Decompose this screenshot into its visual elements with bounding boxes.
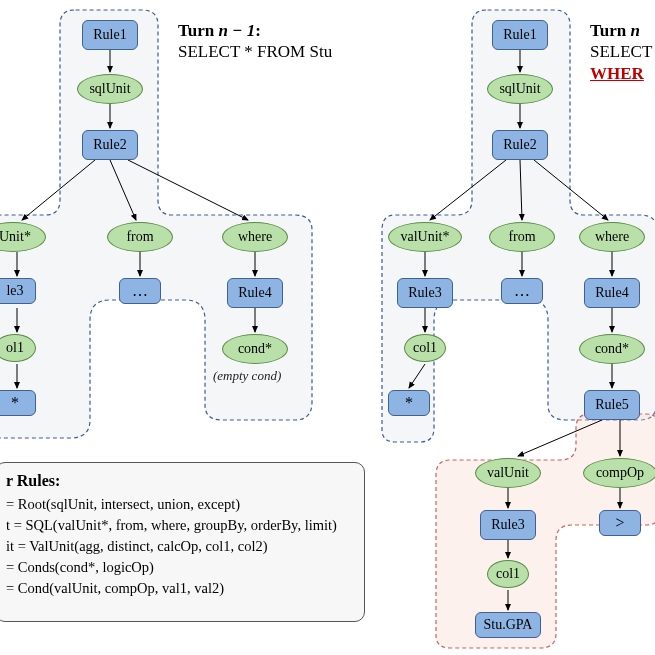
left-caption: Turn n − 1: SELECT * FROM Stu: [178, 20, 332, 63]
left-rule4: Rule4: [227, 278, 283, 308]
right-col1: col1: [404, 334, 446, 362]
rules-title: r Rules:: [6, 469, 354, 492]
right-from-dots: …: [501, 278, 543, 304]
svg-line-15: [534, 160, 608, 220]
left-valunit: lUnit*: [0, 222, 46, 252]
right-valunit: valUnit*: [388, 222, 462, 252]
left-title-colon: :: [255, 21, 261, 40]
right-rule3b: Rule3: [480, 510, 536, 540]
left-col1: ol1: [0, 334, 36, 362]
svg-line-21: [409, 364, 425, 388]
left-caption-line2: SELECT * FROM Stu: [178, 42, 332, 61]
left-star: *: [0, 390, 36, 416]
right-where: where: [579, 222, 645, 252]
left-title-prefix: Turn: [178, 21, 218, 40]
rule-line-1: = Root(sqlUnit, intersect, union, except…: [6, 494, 354, 515]
right-compop: compOp: [583, 458, 655, 488]
right-caption-line3: WHER: [590, 64, 644, 83]
right-sqlunit: sqlUnit: [487, 74, 553, 104]
left-from: from: [107, 222, 173, 252]
left-title-var: n − 1: [218, 21, 255, 40]
right-title-prefix: Turn: [590, 21, 630, 40]
right-rule3: Rule3: [397, 278, 453, 308]
left-cond: cond*: [222, 334, 288, 364]
left-rule2: Rule2: [82, 130, 138, 160]
right-col1b: col1: [487, 560, 529, 588]
right-valunit2: valUnit: [475, 458, 541, 488]
right-rule5: Rule5: [584, 390, 640, 420]
right-rule1: Rule1: [492, 20, 548, 50]
rule-line-3: it = ValUnit(agg, distinct, calcOp, col1…: [6, 536, 354, 557]
left-where: where: [222, 222, 288, 252]
right-title-var: n: [630, 21, 639, 40]
right-rule4: Rule4: [584, 278, 640, 308]
left-rule1: Rule1: [82, 20, 138, 50]
svg-line-14: [520, 160, 522, 220]
right-star: *: [388, 390, 430, 416]
svg-line-2: [22, 160, 95, 220]
grammar-rules-box: r Rules: = Root(sqlUnit, intersect, unio…: [0, 462, 365, 622]
rule-line-2: t = SQL(valUnit*, from, where, groupBy, …: [6, 515, 354, 536]
right-caption: Turn n SELECT WHER: [590, 20, 652, 84]
left-sqlunit: sqlUnit: [77, 74, 143, 104]
empty-cond-label: (empty cond): [213, 368, 281, 384]
left-from-dots: …: [119, 278, 161, 304]
right-from: from: [489, 222, 555, 252]
svg-line-4: [128, 160, 248, 220]
svg-line-23: [518, 420, 602, 456]
rule-line-4: = Conds(cond*, logicOp): [6, 557, 354, 578]
right-stugpa: Stu.GPA: [475, 612, 541, 638]
svg-line-3: [110, 160, 136, 220]
right-cond: cond*: [579, 334, 645, 364]
right-gt: >: [599, 510, 641, 536]
rule-line-5: = Cond(valUnit, compOp, val1, val2): [6, 578, 354, 599]
left-rule3: le3: [0, 278, 36, 304]
right-rule2: Rule2: [492, 130, 548, 160]
right-caption-line2: SELECT: [590, 42, 652, 61]
svg-line-13: [430, 160, 506, 220]
